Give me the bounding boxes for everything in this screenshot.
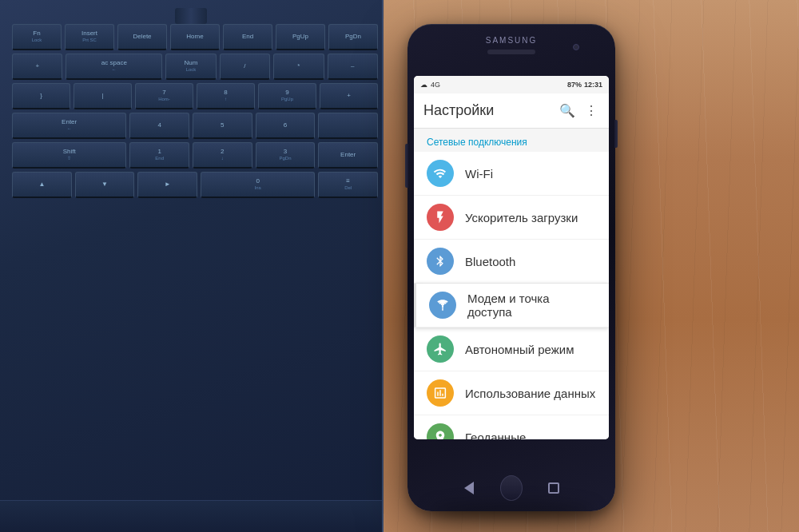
key-5[interactable]: 5 — [193, 113, 252, 139]
boost-icon — [427, 204, 454, 231]
key-shift[interactable]: Shift⇧ — [12, 142, 126, 169]
laptop-body: FnLock InsertPrt SC Delete Home End PgUp… — [0, 0, 384, 532]
phone: SAMSUNG ☁ 4G 87% 12:31 Настрой — [407, 24, 615, 511]
nav-recent-button[interactable] — [543, 477, 565, 499]
key-slash[interactable]: / — [220, 54, 270, 80]
menu-item-hotspot[interactable]: Модем и точка доступа — [414, 284, 609, 328]
phone-outer: SAMSUNG ☁ 4G 87% 12:31 Настрой — [407, 24, 615, 511]
home-icon — [500, 475, 523, 501]
key-6[interactable]: 6 — [256, 113, 316, 139]
key-plus1[interactable]: + — [12, 54, 62, 80]
boost-label: Ускоритель загрузки — [465, 211, 578, 224]
app-bar: Настройки 🔍 ⋮ — [414, 93, 609, 129]
laptop: FnLock InsertPrt SC Delete Home End PgUp… — [0, 0, 384, 532]
key-pipe[interactable]: | — [74, 83, 132, 109]
key-home[interactable]: Home — [170, 24, 220, 50]
airplane-icon — [427, 335, 454, 363]
app-bar-title: Настройки — [423, 102, 494, 119]
status-bar: ☁ 4G 87% 12:31 — [414, 76, 609, 93]
nav-back-button[interactable] — [458, 477, 480, 499]
nav-home-button[interactable] — [500, 477, 523, 499]
menu-item-boost[interactable]: Ускоритель загрузки — [414, 196, 609, 240]
bluetooth-icon — [427, 248, 454, 275]
key-enter-main[interactable]: Enter← — [12, 113, 126, 139]
key-fn-lock[interactable]: FnLock — [12, 24, 62, 50]
key-pgdn[interactable]: PgDn — [328, 24, 378, 50]
key-arrow-up[interactable]: ▲ — [12, 172, 72, 198]
wifi-label: Wi-Fi — [465, 167, 493, 181]
key-0[interactable]: 0Ins — [201, 172, 315, 198]
phone-speaker — [487, 50, 535, 54]
menu-list: Wi-Fi Ускоритель загрузки — [414, 152, 609, 439]
keyboard-row-4: Enter← 4 5 6 — [12, 113, 378, 139]
keyboard-row-6: ▲ ▼ ► 0Ins ≡Del — [12, 172, 378, 198]
keyboard-row-1: FnLock InsertPrt SC Delete Home End PgUp… — [12, 24, 378, 50]
key-plus-num[interactable]: + — [320, 83, 378, 109]
search-icon[interactable]: 🔍 — [559, 103, 575, 119]
keyboard: FnLock InsertPrt SC Delete Home End PgUp… — [12, 24, 378, 201]
key-2[interactable]: 2↓ — [193, 142, 252, 169]
laptop-bottom — [0, 500, 382, 532]
status-time: 12:31 — [584, 81, 602, 89]
phone-camera — [573, 44, 579, 50]
key-brace[interactable]: } — [12, 83, 70, 109]
section-header-network: Сетевые подключения — [414, 129, 609, 152]
key-minus-num[interactable]: – — [328, 54, 378, 80]
airplane-label: Автономный режим — [465, 343, 574, 356]
key-insert[interactable]: InsertPrt SC — [65, 24, 114, 50]
key-4[interactable]: 4 — [129, 113, 189, 139]
key-delete[interactable]: Delete — [117, 24, 167, 50]
key-3[interactable]: 3PgDn — [256, 142, 316, 169]
menu-item-location[interactable]: Геоданные — [414, 415, 609, 439]
location-icon — [427, 423, 454, 439]
menu-item-bluetooth[interactable]: Bluetooth — [414, 240, 609, 284]
hotspot-label: Модем и точка доступа — [467, 292, 596, 319]
data-label: Использование данных — [465, 387, 595, 400]
status-wifi-icon: ☁ — [420, 81, 427, 89]
laptop-hinge — [175, 8, 207, 24]
power-button[interactable] — [614, 120, 618, 148]
back-icon — [464, 482, 474, 494]
key-numlock[interactable]: NumLock — [165, 54, 216, 80]
menu-item-airplane[interactable]: Автономный режим — [414, 328, 609, 371]
location-label: Геоданные — [465, 431, 526, 440]
key-blank — [318, 113, 378, 139]
key-1[interactable]: 1End — [129, 142, 189, 169]
status-battery: 87% — [567, 81, 582, 89]
data-icon — [427, 379, 454, 407]
key-7[interactable]: 7Hom- — [135, 83, 193, 109]
key-arrow-right[interactable]: ► — [137, 172, 197, 198]
menu-item-wifi[interactable]: Wi-Fi — [414, 152, 609, 196]
key-arrow-down[interactable]: ▼ — [75, 172, 135, 198]
volume-button[interactable] — [405, 144, 408, 188]
status-left: ☁ 4G — [420, 81, 440, 89]
recent-icon — [548, 482, 559, 494]
status-right: 87% 12:31 — [567, 81, 602, 89]
more-options-icon[interactable]: ⋮ — [583, 103, 599, 119]
hotspot-icon — [429, 292, 456, 319]
key-asterisk[interactable]: * — [273, 54, 324, 80]
menu-item-data[interactable]: Использование данных — [414, 371, 609, 415]
key-9[interactable]: 9PgUp — [258, 83, 316, 109]
phone-shadow — [428, 503, 594, 519]
key-enter-num[interactable]: Enter — [318, 142, 378, 169]
keyboard-row-3: } | 7Hom- 8↑ 9PgUp + — [12, 83, 378, 109]
key-8[interactable]: 8↑ — [197, 83, 255, 109]
phone-screen: ☁ 4G 87% 12:31 Настройки 🔍 ⋮ Сетевые под… — [414, 76, 609, 439]
phone-brand: SAMSUNG — [486, 36, 538, 45]
bluetooth-label: Bluetooth — [465, 255, 515, 268]
key-pgup[interactable]: PgUp — [276, 24, 325, 50]
key-dot-del[interactable]: ≡Del — [318, 172, 378, 198]
wifi-icon — [427, 160, 454, 187]
phone-nav — [458, 477, 565, 499]
keyboard-row-5: Shift⇧ 1End 2↓ 3PgDn Enter — [12, 142, 378, 169]
app-bar-actions: 🔍 ⋮ — [559, 103, 599, 119]
key-end[interactable]: End — [223, 24, 272, 50]
status-network: 4G — [431, 81, 440, 89]
keyboard-row-2: + ac space← NumLock / * – — [12, 54, 378, 80]
key-ac-space[interactable]: ac space← — [66, 54, 162, 80]
